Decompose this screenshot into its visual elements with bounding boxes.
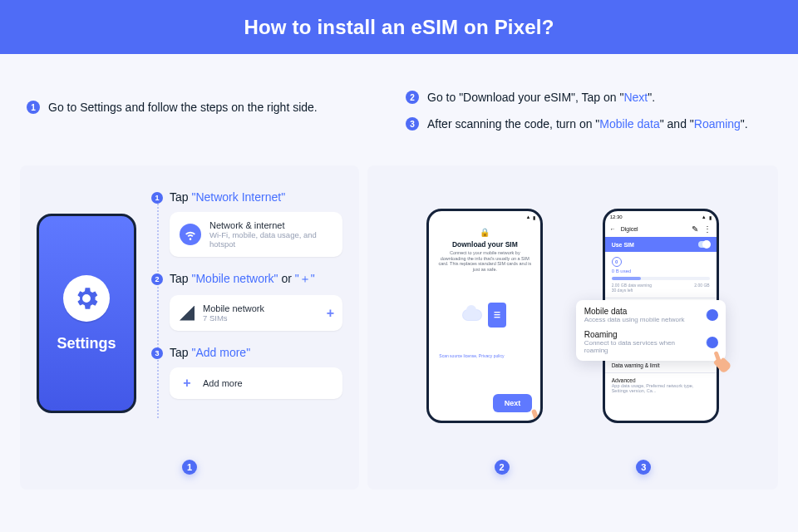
roaming-toggle[interactable]	[706, 337, 717, 347]
panel-phones: ▲▮ 🔒 Download your SIM Connect to your m…	[367, 165, 778, 490]
intro-left-text: Go to Settings and follow the steps on t…	[48, 101, 318, 114]
card-title: Add more	[203, 378, 243, 388]
toggle-overlay: Mobile data Access data using mobile net…	[576, 300, 726, 361]
use-sim-row[interactable]: Use SIM	[605, 237, 717, 252]
card-subtitle: Wi-Fi, mobile, data usage, and hotspot	[209, 230, 332, 249]
intro-line-2: 2 Go to "Download your eSIM", Tap on "Ne…	[406, 91, 778, 104]
download-desc: Connect to your mobile network by downlo…	[437, 250, 532, 272]
qr-illustration: ☰	[437, 277, 532, 353]
use-sim-toggle[interactable]	[698, 241, 710, 248]
card-title: Network & internet	[209, 220, 332, 230]
settings-step-1: 1 Tap "Network Internet" Network & inter…	[151, 190, 342, 257]
status-bar: 12:30▲▮	[605, 211, 717, 223]
data-usage-block: 0 0 B used 2.00 GB data warning 30 days …	[605, 252, 717, 298]
download-sim-phone: ▲▮ 🔒 Download your SIM Connect to your m…	[426, 209, 543, 423]
panel-settings: Settings 1 Tap "Network Internet" Networ…	[20, 165, 359, 490]
step-badge-2: 2	[406, 91, 419, 104]
plus-icon: +	[180, 376, 195, 391]
network-internet-card[interactable]: Network & internet Wi-Fi, mobile, data u…	[170, 212, 342, 257]
card-subtitle: 7 SIMs	[203, 313, 264, 323]
settings-phone: Settings	[37, 214, 136, 413]
intro-line-3-text: After scanning the code, turn on "Mobile…	[427, 117, 748, 131]
usage-badge: 0	[612, 257, 622, 267]
panel-badge-1: 1	[182, 460, 197, 475]
add-more-card[interactable]: + Add more	[170, 367, 342, 399]
signal-icon	[180, 306, 195, 321]
intro-row: 1 Go to Settings and follow the steps on…	[27, 86, 778, 144]
carrier-name: Digicel	[621, 226, 638, 232]
mobile-network-card[interactable]: Mobile network 7 SIMs +	[170, 295, 342, 331]
settings-label: Settings	[57, 335, 116, 352]
mobile-data-link: Mobile data	[599, 117, 659, 131]
overlay-roaming[interactable]: Roaming Connect to data services when ro…	[584, 330, 717, 354]
status-bar: ▲▮	[429, 211, 540, 223]
sim-header: ← Digicel ✎ ⋮	[605, 223, 717, 237]
download-fineprint: Scan source license, Privacy policy	[437, 353, 532, 358]
intro-line-3: 3 After scanning the code, turn on "Mobi…	[406, 117, 778, 131]
download-title: Download your SIM	[437, 240, 532, 249]
panel-badge-3: 3	[636, 460, 651, 475]
settings-step-3: 3 Tap "Add more" + Add more	[151, 346, 342, 399]
settings-step-2: 2 Tap "Mobile network" or "＋" Mobile net…	[151, 272, 342, 331]
next-link: Next	[623, 91, 648, 104]
hero: How to install an eSIM on Pixel?	[0, 0, 798, 54]
intro-line-2-text: Go to "Download your eSIM", Tap on "Next…	[427, 91, 655, 104]
card-title: Mobile network	[203, 303, 264, 313]
cloud-icon	[463, 310, 481, 320]
lock-icon: 🔒	[437, 228, 532, 237]
panel-badge-2: 2	[495, 460, 510, 475]
back-icon[interactable]: ←	[610, 226, 616, 232]
sim-chip-icon: ☰	[488, 303, 506, 328]
kebab-icon[interactable]: ⋮	[703, 224, 712, 234]
mobile-data-toggle[interactable]	[706, 310, 717, 320]
step-badge-3: 3	[406, 117, 419, 131]
wifi-icon	[180, 224, 201, 245]
step-badge-1: 1	[27, 101, 40, 114]
plus-icon[interactable]: +	[327, 306, 334, 321]
panels: Settings 1 Tap "Network Internet" Networ…	[20, 165, 778, 490]
pencil-icon[interactable]: ✎	[692, 224, 698, 234]
roaming-link: Roaming	[694, 117, 741, 131]
content-sheet: 1 Go to Settings and follow the steps on…	[0, 54, 798, 532]
page-title: How to install an eSIM on Pixel?	[244, 16, 554, 39]
overlay-mobile-data[interactable]: Mobile data Access data using mobile net…	[584, 307, 717, 323]
gear-icon	[63, 275, 110, 322]
advanced-row[interactable]: Advanced App data usage, Preferred netwo…	[605, 373, 717, 397]
settings-steps: 1 Tap "Network Internet" Network & inter…	[151, 190, 342, 473]
intro-right: 2 Go to "Download your eSIM", Tap on "Ne…	[406, 86, 778, 144]
intro-left: 1 Go to Settings and follow the steps on…	[27, 86, 372, 114]
